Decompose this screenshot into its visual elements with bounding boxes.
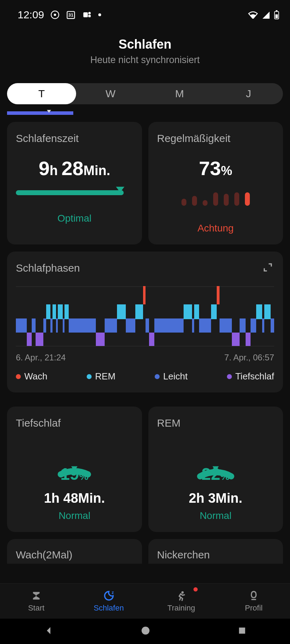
back-button[interactable] <box>43 625 54 637</box>
wifi-icon <box>248 11 258 19</box>
legend-wake: Wach <box>16 371 48 382</box>
regularity-value: 73% <box>157 157 274 180</box>
svg-rect-15 <box>239 627 245 633</box>
rem-sleep-gauge <box>177 441 254 480</box>
phases-times: 6. Apr., 21:24 7. Apr., 06:57 <box>16 353 274 363</box>
bottom-nav: Start z Schlafen Training Profil <box>0 583 290 619</box>
nav-profile[interactable]: Profil <box>217 584 290 619</box>
phases-chart <box>16 286 274 346</box>
sleep-time-value: 9h 28Min. <box>16 157 133 180</box>
battery-icon <box>274 10 279 19</box>
legend-rem: REM <box>87 371 116 382</box>
phases-start-time: 6. Apr., 21:24 <box>16 353 66 363</box>
regularity-status: Achtung <box>157 223 274 234</box>
svg-rect-5 <box>88 15 91 17</box>
deep-sleep-status: Normal <box>58 510 90 521</box>
svg-rect-8 <box>275 14 278 18</box>
svg-rect-3 <box>84 12 88 17</box>
svg-rect-7 <box>276 10 278 12</box>
regularity-bars <box>157 190 274 206</box>
moon-icon: z <box>103 590 115 601</box>
notification-dot-icon <box>193 587 198 592</box>
tab-day[interactable]: T <box>7 83 76 104</box>
card-wake[interactable]: Wach(2Mal) <box>7 539 142 564</box>
sigma-icon <box>30 590 43 601</box>
profile-icon <box>247 590 260 601</box>
svg-point-12 <box>181 591 184 594</box>
chevron-down-icon <box>116 187 124 192</box>
card-title: Tiefschlaf <box>16 417 133 429</box>
card-deep-sleep[interactable]: Tiefschlaf 19% 1h 48Min. Normal <box>7 407 142 532</box>
phases-legend: Wach REM Leicht Tiefschlaf <box>16 371 274 382</box>
home-button[interactable] <box>140 625 151 637</box>
card-title: Nickerchen <box>157 549 274 561</box>
nav-sleep[interactable]: z Schlafen <box>73 584 145 619</box>
page-header: Schlafen Heute nicht synchronisiert <box>0 23 290 73</box>
svg-point-1 <box>54 13 56 16</box>
mini-timeline <box>7 111 283 115</box>
sleep-time-progress <box>16 190 133 195</box>
card-title: Wach(2Mal) <box>16 549 133 561</box>
card-title: Schlafenszeit <box>16 132 133 144</box>
card-title: Regelmäßigkeit <box>157 132 274 144</box>
deep-sleep-duration: 1h 48Min. <box>44 491 105 506</box>
card-regularity[interactable]: Regelmäßigkeit 73% Achtung <box>148 122 283 244</box>
card-rem-sleep[interactable]: REM 22% 2h 3Min. Normal <box>148 407 283 532</box>
phases-end-time: 7. Apr., 06:57 <box>224 353 274 363</box>
teams-icon <box>82 10 92 20</box>
more-dot-icon <box>98 13 101 16</box>
legend-deep: Tiefschlaf <box>227 371 274 382</box>
tab-month[interactable]: M <box>145 83 214 104</box>
page-title: Schlafen <box>0 37 290 52</box>
sleep-time-status: Optimal <box>16 213 133 224</box>
calendar-icon: 31 <box>66 10 76 20</box>
tab-week[interactable]: W <box>76 83 145 104</box>
recents-button[interactable] <box>237 626 247 637</box>
expand-icon[interactable] <box>263 262 273 273</box>
card-title: Schlafphasen <box>16 262 274 274</box>
svg-text:z: z <box>112 590 114 595</box>
status-bar: 12:09 31 <box>0 0 290 23</box>
card-nap[interactable]: Nickerchen <box>148 539 283 564</box>
tab-year[interactable]: J <box>214 83 283 104</box>
card-sleep-phases[interactable]: Schlafphasen 6. Apr., 21:24 7. Apr., 06:… <box>7 252 283 392</box>
legend-light: Leicht <box>155 371 187 382</box>
rem-sleep-duration: 2h 3Min. <box>189 491 242 506</box>
page-subtitle: Heute nicht synchronisiert <box>0 55 290 66</box>
deep-sleep-gauge <box>36 441 113 480</box>
nav-start[interactable]: Start <box>0 584 73 619</box>
card-sleep-time[interactable]: Schlafenszeit 9h 28Min. Optimal <box>7 122 142 244</box>
system-nav <box>0 619 290 644</box>
location-icon <box>50 10 60 19</box>
rem-sleep-status: Normal <box>200 510 232 521</box>
svg-point-4 <box>88 12 91 14</box>
svg-point-14 <box>142 627 150 635</box>
card-title: REM <box>157 417 274 429</box>
nav-training[interactable]: Training <box>145 584 218 619</box>
signal-icon <box>262 11 270 19</box>
period-tabs: T W M J <box>7 83 283 104</box>
status-time: 12:09 <box>18 9 44 21</box>
running-icon <box>175 590 187 601</box>
